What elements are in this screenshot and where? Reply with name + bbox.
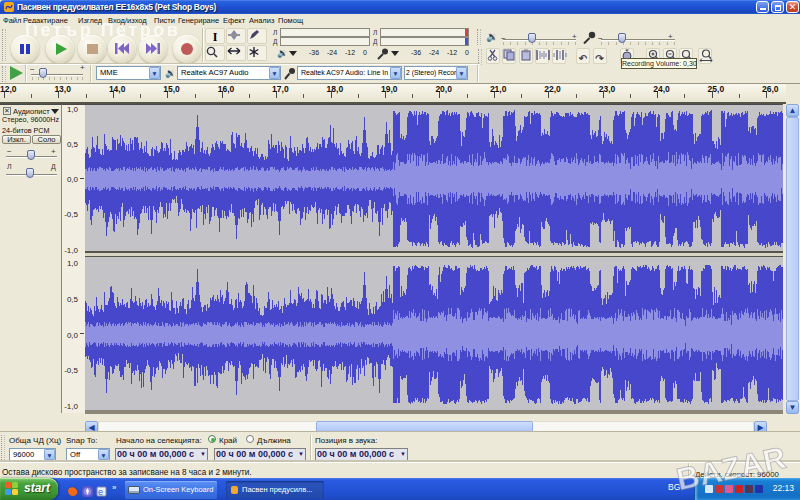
svg-text:e: e [98,487,103,497]
